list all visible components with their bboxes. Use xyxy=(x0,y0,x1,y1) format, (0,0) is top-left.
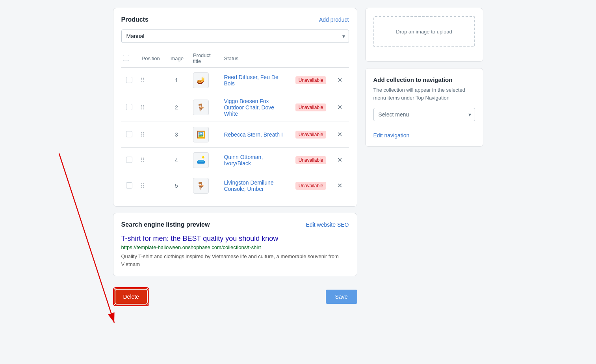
seo-section-title: Search engine listing preview xyxy=(121,221,210,228)
remove-product-button[interactable]: ✕ xyxy=(336,103,344,112)
product-position: 5 xyxy=(165,173,188,199)
table-row: ⠿ 1 🪔 Reed Diffuser, Feu De Bois Unavail… xyxy=(121,68,349,93)
menu-select[interactable]: Select menu xyxy=(373,108,475,121)
product-remove-cell: ✕ xyxy=(331,93,349,122)
image-header: Image xyxy=(165,49,188,68)
seo-title[interactable]: T-shirt for men: the BEST quality you sh… xyxy=(121,235,349,243)
drag-handle-icon[interactable]: ⠿ xyxy=(140,104,144,111)
product-image: 🖼️ xyxy=(193,127,209,142)
products-card: Products Add product Manual ▾ xyxy=(113,8,357,207)
product-link[interactable]: Reed Diffuser, Feu De Bois xyxy=(224,74,278,87)
product-name-cell: Viggo Boesen Fox Outdoor Chair, Dove Whi… xyxy=(219,93,290,122)
remove-product-button[interactable]: ✕ xyxy=(336,76,344,85)
product-status-cell: Unavailable xyxy=(291,93,331,122)
product-link[interactable]: Livingston Demilune Console, Umber xyxy=(224,179,273,192)
seo-description: Quality T-shirt and clothings inspired b… xyxy=(121,253,349,268)
product-image: 🪑 xyxy=(193,178,209,194)
delete-button-annotation: Delete xyxy=(113,287,149,306)
row-checkbox-3[interactable] xyxy=(126,157,132,163)
product-position: 2 xyxy=(165,93,188,122)
product-image-cell: 🪑 xyxy=(188,173,219,199)
row-checkbox-0[interactable] xyxy=(126,77,132,83)
seo-url: https://template-halloween.onshopbase.co… xyxy=(121,244,349,250)
upload-area[interactable]: Drop an image to upload xyxy=(373,16,475,47)
product-link[interactable]: Viggo Boesen Fox Outdoor Chair, Dove Whi… xyxy=(224,98,274,117)
product-title-header: Product title xyxy=(188,49,219,68)
svg-line-0 xyxy=(59,153,114,323)
product-image-cell: 🖼️ xyxy=(188,122,219,148)
navigation-title: Add collection to navigation xyxy=(373,76,475,83)
status-badge: Unavailable xyxy=(295,156,327,164)
product-image: 🪔 xyxy=(193,72,209,88)
product-name-cell: Reed Diffuser, Feu De Bois xyxy=(219,68,290,93)
product-image-cell: 🪔 xyxy=(188,68,219,93)
product-status-cell: Unavailable xyxy=(291,148,331,173)
action-header xyxy=(291,49,331,68)
drag-handle-icon[interactable]: ⠿ xyxy=(140,77,144,84)
table-row: ⠿ 3 🖼️ Rebecca Stern, Breath I Unavailab… xyxy=(121,122,349,148)
product-position: 4 xyxy=(165,148,188,173)
product-name-cell: Livingston Demilune Console, Umber xyxy=(219,173,290,199)
table-row: ⠿ 4 🛋️ Quinn Ottoman, Ivory/Black Unavai… xyxy=(121,148,349,173)
menu-select-wrapper: Select menu ▾ xyxy=(373,108,475,121)
sort-select[interactable]: Manual xyxy=(121,30,349,43)
status-badge: Unavailable xyxy=(295,103,327,111)
status-badge: Unavailable xyxy=(295,131,327,139)
product-status-cell: Unavailable xyxy=(291,68,331,93)
products-title: Products xyxy=(121,16,149,23)
product-remove-cell: ✕ xyxy=(331,122,349,148)
product-link[interactable]: Quinn Ottoman, Ivory/Black xyxy=(224,154,263,166)
row-checkbox-2[interactable] xyxy=(126,131,132,137)
product-name-cell: Quinn Ottoman, Ivory/Black xyxy=(219,148,290,173)
sort-select-wrapper: Manual ▾ xyxy=(121,30,349,43)
product-status-cell: Unavailable xyxy=(291,173,331,199)
product-position: 3 xyxy=(165,122,188,148)
table-row: ⠿ 2 🪑 Viggo Boesen Fox Outdoor Chair, Do… xyxy=(121,93,349,122)
upload-placeholder: Drop an image to upload xyxy=(396,29,452,35)
product-link[interactable]: Rebecca Stern, Breath I xyxy=(224,131,282,138)
products-table: Position Image Product title Status ⠿ 1 … xyxy=(121,49,349,198)
product-image: 🪑 xyxy=(193,100,209,115)
remove-product-button[interactable]: ✕ xyxy=(336,181,344,190)
product-remove-cell: ✕ xyxy=(331,173,349,199)
product-image: 🛋️ xyxy=(193,152,209,168)
row-checkbox-1[interactable] xyxy=(126,104,132,110)
status-badge: Unavailable xyxy=(295,182,327,190)
row-checkbox-4[interactable] xyxy=(126,182,132,188)
delete-button[interactable]: Delete xyxy=(115,290,147,304)
add-product-link[interactable]: Add product xyxy=(319,17,349,23)
status-badge: Unavailable xyxy=(295,76,327,84)
product-position: 1 xyxy=(165,68,188,93)
product-remove-cell: ✕ xyxy=(331,148,349,173)
save-button[interactable]: Save xyxy=(326,290,357,304)
remove-product-button[interactable]: ✕ xyxy=(336,155,344,165)
position-header: Position xyxy=(137,49,165,68)
product-image-cell: 🛋️ xyxy=(188,148,219,173)
drag-handle-icon[interactable]: ⠿ xyxy=(140,157,144,164)
upload-card: Drop an image to upload xyxy=(365,8,483,62)
product-image-cell: 🪑 xyxy=(188,93,219,122)
navigation-card: Add collection to navigation The collect… xyxy=(365,68,483,147)
product-status-cell: Unavailable xyxy=(291,122,331,148)
remove-product-button[interactable]: ✕ xyxy=(336,130,344,139)
product-name-cell: Rebecca Stern, Breath I xyxy=(219,122,290,148)
select-all-checkbox[interactable] xyxy=(123,55,129,61)
product-remove-cell: ✕ xyxy=(331,68,349,93)
drag-handle-icon[interactable]: ⠿ xyxy=(140,183,144,189)
drag-handle-icon[interactable]: ⠿ xyxy=(140,131,144,138)
seo-card: Search engine listing preview Edit websi… xyxy=(113,213,357,276)
edit-seo-link[interactable]: Edit website SEO xyxy=(306,222,349,228)
edit-navigation-link[interactable]: Edit navigation xyxy=(373,132,410,139)
table-row: ⠿ 5 🪑 Livingston Demilune Console, Umber… xyxy=(121,173,349,199)
navigation-description: The collection will appear in the select… xyxy=(373,86,475,102)
status-header: Status xyxy=(219,49,290,68)
checkbox-all-header xyxy=(121,49,137,68)
